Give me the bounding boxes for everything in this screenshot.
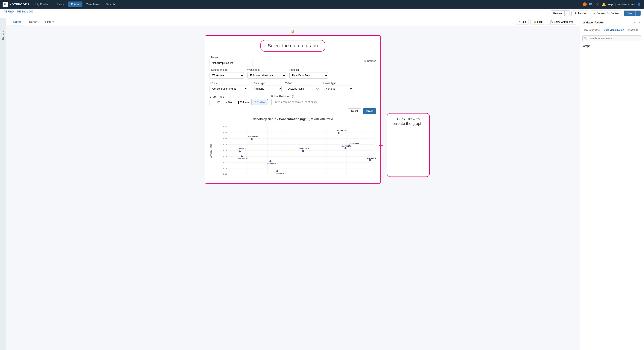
save-button[interactable]: Save <box>624 11 636 16</box>
lock-icon: 🔒 <box>291 30 295 34</box>
search-nav-icon[interactable]: 🔍 <box>589 2 593 7</box>
sidebar-tabs: flow Definitions Data Visualization Plas… <box>580 27 644 33</box>
status-indicator <box>583 2 587 6</box>
worksheet-group: Worksheet ELN Worksheet: Na... <box>247 68 286 79</box>
tab-actions: ✏ Edit 🔒 Lock 💬 Show Comments <box>516 19 576 25</box>
review-dropdown[interactable]: ▾ <box>564 10 570 16</box>
notifications-icon[interactable]: 🔔 <box>602 2 606 7</box>
graph-widget: Select the data to graph * Name ↻ Refres… <box>205 35 381 184</box>
x-axis-type-select[interactable]: Numeric <box>252 86 282 92</box>
sidebar-tab-plasmids[interactable]: Plasmids <box>626 27 640 33</box>
chart-section: NanoDrop Setup - Concentration (ng/uL) x… <box>210 117 376 179</box>
x-axis-type-group: X Axis Type Numeric <box>252 82 282 92</box>
sidebar-header: Widgets Palette ‹ › <box>580 18 644 27</box>
label-dx000016: DX-000016 <box>248 135 258 138</box>
points-exclusion-group: Points Exclusion ❓ <box>271 95 376 105</box>
sidebar-search-input[interactable] <box>582 36 642 41</box>
search-wrap: 🔍 <box>582 36 642 41</box>
graph-type-line[interactable]: 〜 Line <box>210 99 223 105</box>
y-axis-group: Y Axis 260:280 Ratio <box>285 82 320 92</box>
name-refresh-row: * Name ↻ Refresh <box>210 56 376 66</box>
name-input[interactable] <box>210 60 252 66</box>
svg-text:1.78: 1.78 <box>223 143 227 145</box>
sidebar-collapse-right[interactable]: › <box>637 20 641 25</box>
reset-button[interactable]: Reset <box>348 108 361 114</box>
archive-button[interactable]: 🗄 Archive <box>572 11 589 16</box>
request-review-button[interactable]: ✏ Request for Review <box>591 11 622 16</box>
nav-search[interactable]: Search <box>103 2 118 7</box>
label-dx000013: DX-000013 <box>267 162 277 164</box>
app-logo: N <box>2 2 8 7</box>
editor-area: 🔒 Select the data to graph * Name <box>6 26 580 350</box>
sidebar-title: Widgets Palette <box>583 21 604 24</box>
archive-icon: 🗄 <box>574 12 577 15</box>
nav-entries[interactable]: Entries <box>68 2 82 7</box>
sidebar-tab-data-viz[interactable]: Data Visualization <box>602 27 626 33</box>
bottom-actions: Reset Draw <box>210 108 376 114</box>
save-dropdown[interactable]: ▾ <box>636 11 640 16</box>
svg-text:1.80: 1.80 <box>223 138 227 140</box>
chart-title: NanoDrop Setup - Concentration (ng/uL) x… <box>210 117 376 121</box>
review-button[interactable]: Review <box>550 10 564 16</box>
x-axis-type-label: X Axis Type <box>252 82 282 85</box>
axes-row: X Axis Concentration (ng/uL) X Axis Type… <box>210 82 376 92</box>
left-sidebar: Details <box>0 18 6 350</box>
breadcrumb-bar: PE R&D > PE Entry 005 ↩ Review ▾ 🗄 Archi… <box>0 9 644 18</box>
svg-text:1.70: 1.70 <box>223 167 227 169</box>
y-axis-select[interactable]: 260:280 Ratio <box>285 86 320 92</box>
help-icon[interactable]: ❓ <box>595 2 600 7</box>
edit-button[interactable]: ✏ Edit <box>516 19 529 25</box>
breadcrumb-back-link[interactable]: ↩ <box>4 14 34 17</box>
user-avatar[interactable]: 👤 <box>637 2 642 7</box>
worksheet-select[interactable]: ELN Worksheet: Na... <box>247 72 286 79</box>
logo-area: N NOTEBOOKS <box>2 2 30 7</box>
label-dx000012: DX-000012 <box>236 148 246 150</box>
source-widget-select[interactable]: Worksheet <box>210 72 244 79</box>
graph-type-points-row: Graph Type 〜 Line ≡ Bar ▐ Column ⠿ Scatt… <box>210 95 376 105</box>
point-dx000018 <box>344 147 346 149</box>
tab-report[interactable]: Report <box>25 18 42 26</box>
graph-type-column[interactable]: ▐ Column <box>235 99 252 105</box>
tab-editor[interactable]: Editor <box>10 18 25 26</box>
y-axis-type-label: Y Axis Type <box>323 82 353 85</box>
arrow-pointer: ← <box>378 141 385 149</box>
search-icon: 🔍 <box>584 37 587 40</box>
show-comments-button[interactable]: 💬 Show Comments <box>547 19 576 25</box>
sidebar-search: 🔍 <box>580 33 644 43</box>
worksheet-label: Worksheet <box>247 68 286 71</box>
label-dx000015: DX-000015 <box>238 157 248 159</box>
content-area: Details Editor Report History ✏ Edit 🔒 L… <box>0 18 644 350</box>
refresh-button[interactable]: ↻ Refresh <box>364 60 376 63</box>
details-label: Details <box>2 31 4 40</box>
review-button-group: Review ▾ <box>550 10 570 16</box>
sidebar-tab-workflow[interactable]: flow Definitions <box>582 27 602 33</box>
points-exclusion-input[interactable] <box>271 99 376 105</box>
graph-type-bar[interactable]: ≡ Bar <box>223 99 235 105</box>
name-required-star: * <box>210 56 211 59</box>
tab-history[interactable]: History <box>42 18 58 26</box>
lock-button[interactable]: 🔒 Lock <box>530 19 546 25</box>
source-widget-label: * Source Widget <box>210 68 244 71</box>
draw-button[interactable]: Draw <box>363 108 376 114</box>
user-locale: esp <box>608 3 613 6</box>
x-axis-group: X Axis Concentration (ng/uL) <box>210 82 248 92</box>
nav-my-entries[interactable]: My Entries <box>32 2 52 7</box>
graph-type-scatter[interactable]: ⠿ Scatter <box>252 99 268 105</box>
point-dx000016 <box>251 138 253 140</box>
y-axis-label: 260:280 Ratio <box>210 143 212 158</box>
name-group: * Name <box>210 56 364 66</box>
point-dx000014 <box>302 150 304 152</box>
y-axis-type-select[interactable]: Numeric <box>323 86 353 92</box>
sidebar-collapse-left[interactable]: ‹ <box>633 20 637 25</box>
protocol-select[interactable]: NanoDrop Setup <box>289 72 328 79</box>
pencil-icon: ✏ <box>594 12 596 15</box>
nav-library[interactable]: Library <box>52 2 67 7</box>
nav-templates[interactable]: Templates <box>83 2 102 7</box>
breadcrumb: PE R&D > PE Entry 005 <box>4 10 34 13</box>
point-dx000019 <box>338 132 340 134</box>
lock-area: 🔒 <box>10 30 576 34</box>
scatter-chart: 1.84 1.82 1.80 1.78 1.76 1.74 1.72 1.70 … <box>218 122 376 179</box>
x-axis-select[interactable]: Concentration (ng/uL) <box>210 86 248 92</box>
main-panel: Editor Report History ✏ Edit 🔒 Lock 💬 Sh… <box>6 18 580 350</box>
svg-text:1.82: 1.82 <box>223 132 227 134</box>
